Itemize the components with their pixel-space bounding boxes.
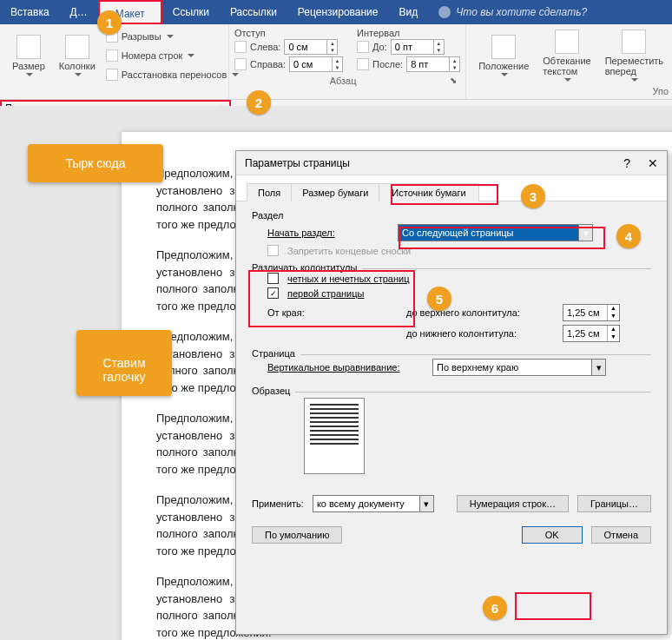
spacing-before-label: До: xyxy=(372,42,387,52)
tell-me-label: Что вы хотите сделать? xyxy=(456,6,587,18)
spacing-after-label: После: xyxy=(372,59,403,69)
chevron-down-icon xyxy=(26,73,33,76)
bring-forward-button[interactable]: Переместить вперед xyxy=(598,28,670,83)
section-label: Раздел xyxy=(252,210,651,221)
page-setup-dialog: Параметры страницы ? ✕ Поля Размер бумаг… xyxy=(235,150,668,635)
tab-review[interactable]: Рецензирование xyxy=(287,0,389,24)
step-badge-6: 6 xyxy=(483,596,507,620)
cancel-button[interactable]: Отмена xyxy=(591,526,651,544)
header-distance-input[interactable]: ▲▼ xyxy=(563,304,620,321)
start-section-combo[interactable]: Со следующей страницы ▾ xyxy=(398,224,593,241)
indent-right-icon xyxy=(234,58,247,70)
forward-icon xyxy=(622,30,646,54)
tab-insert[interactable]: Вставка xyxy=(0,0,60,24)
odd-even-label: четных и нечетных страниц xyxy=(287,274,409,284)
chevron-down-icon: ▾ xyxy=(578,225,592,241)
step-badge-1: 1 xyxy=(97,10,122,35)
chevron-down-icon xyxy=(564,78,571,82)
ok-button[interactable]: OK xyxy=(522,526,583,544)
to-header-label: до верхнего колонтитула: xyxy=(406,307,554,318)
start-section-label: Начать раздел: xyxy=(267,228,389,238)
chevron-down-icon xyxy=(501,73,508,76)
tab-design[interactable]: Д… xyxy=(60,0,98,24)
size-label: Размер xyxy=(12,61,45,71)
tab-mailings[interactable]: Рассылки xyxy=(220,0,287,24)
columns-icon xyxy=(65,35,89,59)
odd-even-checkbox[interactable] xyxy=(267,273,279,284)
sample-label: Образец xyxy=(252,386,295,396)
apply-label: Применить: xyxy=(252,498,304,509)
step-badge-2: 2 xyxy=(247,90,271,115)
valign-value: По верхнему краю xyxy=(437,362,518,373)
indent-left-icon xyxy=(234,41,247,53)
step-badge-4: 4 xyxy=(616,224,641,248)
borders-button[interactable]: Границы… xyxy=(577,495,651,512)
paragraph-group-title: Абзац xyxy=(330,76,357,86)
footer-distance-input[interactable]: ▲▼ xyxy=(563,325,620,342)
tab-references[interactable]: Ссылки xyxy=(162,0,220,24)
line-numbers-icon xyxy=(106,49,118,62)
spacing-before-input[interactable]: ▲▼ xyxy=(391,39,445,55)
size-button[interactable]: Размер xyxy=(5,28,52,83)
dialog-tabs: Поля Размер бумаги Источник бумаги xyxy=(236,175,667,201)
bulb-icon xyxy=(438,6,451,18)
chevron-down-icon: ▾ xyxy=(591,360,605,375)
valign-combo[interactable]: По верхнему краю ▾ xyxy=(432,359,606,376)
dialog-tab-fields[interactable]: Поля xyxy=(247,183,292,201)
help-button[interactable]: ? xyxy=(623,156,630,170)
columns-label: Колонки xyxy=(59,61,96,71)
indent-right-label: Справа: xyxy=(250,59,286,69)
arrange-group-title: Упо xyxy=(653,86,669,96)
suppress-endnotes-checkbox xyxy=(267,245,279,256)
dialog-title: Параметры страницы xyxy=(245,157,350,169)
first-page-checkbox[interactable]: ✓ xyxy=(267,287,279,299)
hyphenation-button[interactable]: Расстановка переносов xyxy=(106,66,239,83)
wrap-icon xyxy=(555,30,579,54)
default-button[interactable]: По умолчанию xyxy=(252,526,342,544)
callout-stavim: Ставим галочку xyxy=(76,330,172,396)
paragraph-launcher-icon[interactable]: ⬊ xyxy=(448,76,458,86)
indent-left-label: Слева: xyxy=(250,42,280,52)
sample-preview xyxy=(304,398,365,474)
apply-combo[interactable]: ко всему документу ▾ xyxy=(313,495,434,512)
callout-tyrk-text: Тырк сюда xyxy=(66,156,126,170)
columns-button[interactable]: Колонки xyxy=(52,28,102,83)
hyphenation-icon xyxy=(106,69,118,81)
distinguish-label: Различать колонтитулы xyxy=(252,262,362,273)
group-paragraph: Отступ Слева: ▲▼ Справа: ▲▼ Интервал До: xyxy=(229,24,466,99)
spacing-after-input[interactable]: ▲▼ xyxy=(406,56,460,72)
line-numbers-button[interactable]: Номера строк xyxy=(106,47,239,64)
dialog-titlebar: Параметры страницы ? ✕ xyxy=(236,151,667,175)
chevron-down-icon xyxy=(167,35,174,38)
dialog-tab-source[interactable]: Источник бумаги xyxy=(379,183,478,201)
callout-tyrk: Тырк сюда xyxy=(28,144,163,182)
dialog-tab-paper[interactable]: Размер бумаги xyxy=(291,183,379,201)
group-arrange: Положение Обтекание текстом Переместить … xyxy=(466,24,672,99)
ribbon: Размер Колонки Разрывы Номера строк Расс… xyxy=(0,24,672,100)
tell-me-search[interactable]: Что вы хотите сделать? xyxy=(438,6,587,18)
indent-left-input[interactable]: ▲▼ xyxy=(284,39,338,55)
indent-right-input[interactable]: ▲▼ xyxy=(289,56,343,72)
suppress-endnotes-label: Запретить концевые сноски xyxy=(287,246,411,256)
group-page-setup: Размер Колонки Разрывы Номера строк Расс… xyxy=(0,24,229,99)
spacing-heading: Интервал xyxy=(357,28,460,38)
indent-heading: Отступ xyxy=(234,28,343,38)
chevron-down-icon xyxy=(631,78,638,82)
tab-view[interactable]: Вид xyxy=(389,0,429,24)
chevron-down-icon: ▾ xyxy=(419,496,433,511)
start-section-value: Со следующей страницы xyxy=(402,228,514,238)
spacing-after-icon xyxy=(357,58,369,70)
chevron-down-icon xyxy=(188,54,194,57)
callout-stavim-text: Ставим галочку xyxy=(102,356,145,384)
valign-label: Вертикальное выравнивание: xyxy=(267,362,424,373)
line-numbering-button[interactable]: Нумерация строк… xyxy=(457,495,569,512)
chevron-down-icon xyxy=(75,73,82,76)
first-page-label: первой страницы xyxy=(287,288,364,299)
apply-value: ко всему документу xyxy=(317,498,405,509)
step-badge-5: 5 xyxy=(427,287,451,311)
close-button[interactable]: ✕ xyxy=(648,156,658,170)
breaks-button[interactable]: Разрывы xyxy=(106,28,239,45)
dialog-body: Раздел Начать раздел: Со следующей стран… xyxy=(236,201,667,556)
position-button[interactable]: Положение xyxy=(471,28,536,83)
wrap-text-button[interactable]: Обтекание текстом xyxy=(536,28,597,83)
